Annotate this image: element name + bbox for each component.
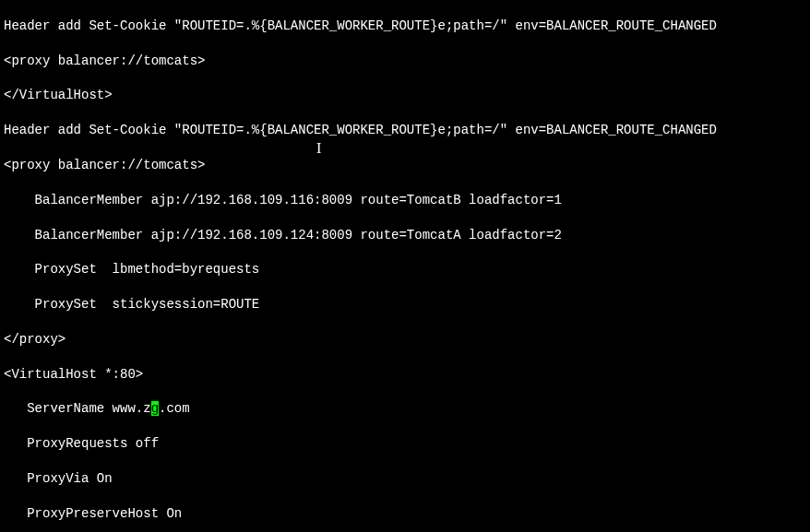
terminal-output[interactable]: Header add Set-Cookie "ROUTEID=.%{BALANC… [0, 0, 810, 532]
config-line: ProxyPreserveHost On [4, 505, 806, 523]
config-line: <proxy balancer://tomcats> [4, 157, 806, 174]
config-line: <proxy balancer://tomcats> [4, 53, 806, 70]
cursor-block: g [151, 401, 159, 416]
config-line: <VirtualHost *:80> [4, 366, 806, 384]
config-line: ProxyVia On [4, 470, 806, 488]
config-line: ProxySet lbmethod=byrequests [4, 261, 806, 278]
config-line: BalancerMember ajp://192.168.109.124:800… [4, 227, 806, 244]
config-line: ProxySet stickysession=ROUTE [4, 296, 806, 313]
config-line: BalancerMember ajp://192.168.109.116:800… [4, 192, 806, 209]
config-line: </proxy> [4, 331, 806, 349]
line-text-pre: ServerName www.z [4, 401, 151, 416]
config-line: </VirtualHost> [4, 87, 806, 104]
config-line: ProxyRequests off [4, 435, 806, 453]
line-text-post: .com [159, 401, 190, 416]
config-line: Header add Set-Cookie "ROUTEID=.%{BALANC… [4, 122, 806, 139]
config-line: Header add Set-Cookie "ROUTEID=.%{BALANC… [4, 18, 806, 35]
config-line-servername: ServerName www.zg.com [4, 400, 806, 418]
